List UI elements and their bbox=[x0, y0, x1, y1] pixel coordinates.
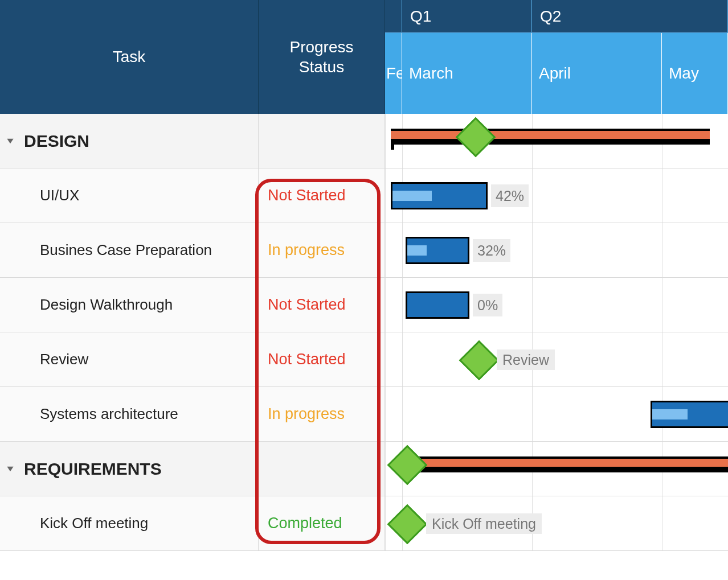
progress-label: 42% bbox=[491, 184, 529, 207]
task-name: Design Walkthrough bbox=[40, 296, 173, 314]
task-name: Busines Case Preparation bbox=[40, 241, 212, 259]
milestone-label: Kick Off meeting bbox=[426, 513, 542, 534]
month-cell-april: April bbox=[532, 33, 662, 114]
status-text: In progress bbox=[268, 241, 345, 259]
quarter-cell-q1-partial bbox=[385, 0, 402, 33]
status-text: Not Started bbox=[268, 351, 346, 368]
task-cell[interactable]: Kick Off meeting bbox=[0, 496, 259, 551]
column-header-timeline[interactable]: Q1 Q2 Fe March April May bbox=[385, 0, 728, 114]
month-label: April bbox=[539, 64, 571, 83]
month-label: May bbox=[669, 64, 699, 83]
task-bar[interactable] bbox=[406, 237, 469, 264]
summary-bar[interactable] bbox=[391, 129, 710, 145]
task-name: Systems architecture bbox=[40, 405, 178, 423]
header-task-label: Task bbox=[113, 48, 146, 66]
task-name: Review bbox=[40, 351, 88, 368]
status-cell[interactable] bbox=[259, 442, 385, 496]
status-cell[interactable]: Completed bbox=[259, 496, 385, 551]
status-cell[interactable]: Not Started bbox=[259, 168, 385, 223]
task-bar[interactable] bbox=[406, 291, 469, 319]
progress-label: 0% bbox=[473, 294, 502, 316]
status-cell[interactable]: In progress bbox=[259, 223, 385, 278]
timeline-cell[interactable]: Review bbox=[385, 332, 728, 387]
gantt-grid: Task Progress Status Q1 Q2 Fe March Apri… bbox=[0, 0, 728, 551]
month-label: March bbox=[409, 64, 453, 83]
summary-bar[interactable] bbox=[419, 456, 728, 472]
chevron-down-icon[interactable] bbox=[6, 464, 15, 474]
task-name: Kick Off meeting bbox=[40, 515, 148, 532]
milestone-label: Review bbox=[497, 349, 555, 370]
task-bar[interactable] bbox=[391, 182, 488, 209]
timeline-cell[interactable] bbox=[385, 114, 728, 168]
task-cell-requirements[interactable]: REQUIREMENTS bbox=[0, 442, 259, 496]
status-text: Not Started bbox=[268, 187, 346, 204]
svg-marker-1 bbox=[7, 466, 13, 471]
status-cell[interactable]: Not Started bbox=[259, 332, 385, 387]
month-cell-feb: Fe bbox=[385, 33, 402, 114]
task-name: DESIGN bbox=[24, 131, 89, 151]
month-cell-march: March bbox=[402, 33, 532, 114]
gantt-view: Task Progress Status Q1 Q2 Fe March Apri… bbox=[0, 0, 728, 580]
status-text: Not Started bbox=[268, 296, 346, 314]
timeline-cell[interactable] bbox=[385, 442, 728, 496]
task-name: REQUIREMENTS bbox=[24, 459, 162, 479]
status-cell[interactable]: Not Started bbox=[259, 278, 385, 332]
header-status-label: Progress Status bbox=[289, 37, 353, 77]
quarter-cell-q1: Q1 bbox=[402, 0, 532, 33]
timeline-cell[interactable] bbox=[385, 387, 728, 442]
timeline-cell[interactable]: 32% bbox=[385, 223, 728, 278]
status-cell[interactable]: In progress bbox=[259, 387, 385, 442]
status-cell[interactable] bbox=[259, 114, 385, 168]
task-cell[interactable]: UI/UX bbox=[0, 168, 259, 223]
progress-label: 32% bbox=[473, 239, 510, 262]
milestone-diamond-icon[interactable] bbox=[387, 445, 428, 486]
task-cell[interactable]: Busines Case Preparation bbox=[0, 223, 259, 278]
timeline-cell[interactable]: Kick Off meeting bbox=[385, 496, 728, 551]
svg-marker-0 bbox=[7, 138, 13, 143]
milestone-diamond-icon[interactable] bbox=[459, 340, 500, 381]
task-cell[interactable]: Systems architecture bbox=[0, 387, 259, 442]
quarter-label: Q1 bbox=[410, 7, 431, 26]
month-cell-may: May bbox=[662, 33, 728, 114]
chevron-down-icon[interactable] bbox=[6, 137, 15, 146]
quarter-cell-q2: Q2 bbox=[532, 0, 728, 33]
timeline-cell[interactable]: 0% bbox=[385, 278, 728, 332]
task-bar[interactable] bbox=[651, 401, 728, 428]
task-cell[interactable]: Design Walkthrough bbox=[0, 278, 259, 332]
task-name: UI/UX bbox=[40, 187, 79, 204]
status-text: Completed bbox=[268, 515, 342, 532]
task-cell-design[interactable]: DESIGN bbox=[0, 114, 259, 168]
column-header-task[interactable]: Task bbox=[0, 0, 259, 114]
milestone-diamond-icon[interactable] bbox=[387, 504, 428, 545]
quarter-label: Q2 bbox=[540, 7, 561, 26]
column-header-status[interactable]: Progress Status bbox=[259, 0, 385, 114]
milestone-diamond-icon[interactable] bbox=[456, 117, 496, 158]
task-cell[interactable]: Review bbox=[0, 332, 259, 387]
status-text: In progress bbox=[268, 405, 345, 423]
timeline-cell[interactable]: 42% bbox=[385, 168, 728, 223]
